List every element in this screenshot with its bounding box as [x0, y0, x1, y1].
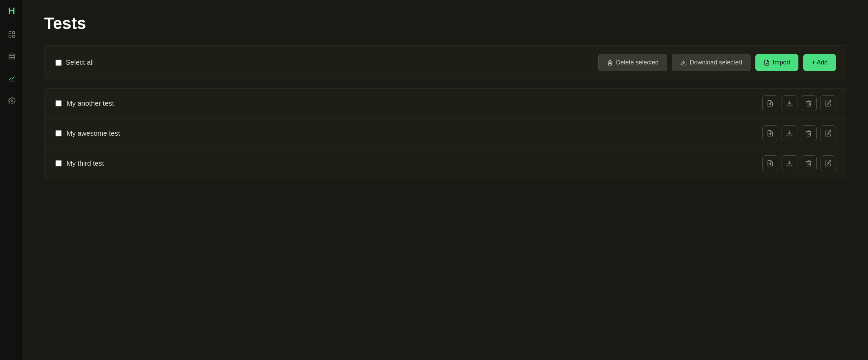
svg-rect-0: [9, 32, 11, 34]
list-item-left-3: My third test: [55, 160, 104, 167]
trash-icon: [805, 100, 812, 107]
list-item-left-1: My another test: [55, 100, 114, 107]
svg-rect-6: [9, 58, 14, 59]
svg-rect-3: [12, 35, 14, 37]
svg-point-15: [769, 163, 771, 164]
select-all-checkbox[interactable]: [55, 60, 62, 66]
trash-icon: [607, 60, 613, 66]
test-1-download-button[interactable]: [782, 95, 797, 111]
list-item-left-2: My awesome test: [55, 130, 120, 137]
edit-icon: [825, 160, 831, 167]
test-2-delete-button[interactable]: [801, 125, 817, 141]
list-item: My third test: [44, 148, 847, 178]
toolbar-card: Select all Delete selected Download se: [44, 45, 847, 80]
list-item: My another test: [44, 89, 847, 119]
test-3-delete-button[interactable]: [801, 155, 817, 171]
svg-rect-5: [9, 56, 14, 57]
sidebar-item-tests[interactable]: [6, 72, 18, 85]
test-1-edit-button[interactable]: [820, 95, 836, 111]
download-selected-button[interactable]: Download selected: [672, 54, 751, 71]
test-1-view-button[interactable]: [762, 95, 778, 111]
sidebar: H: [0, 0, 23, 360]
sidebar-item-collections[interactable]: [6, 50, 18, 63]
delete-selected-button[interactable]: Delete selected: [598, 54, 667, 71]
toolbar-actions: Delete selected Download selected Import: [598, 54, 836, 71]
test-2-download-button[interactable]: [782, 125, 797, 141]
import-label: Import: [773, 59, 790, 66]
list-item: My awesome test: [44, 119, 847, 148]
test-2-edit-button[interactable]: [820, 125, 836, 141]
sidebar-item-settings[interactable]: [6, 94, 18, 107]
svg-rect-1: [12, 32, 14, 34]
test-3-name: My third test: [66, 160, 104, 167]
edit-icon: [825, 130, 831, 137]
test-2-view-button[interactable]: [762, 125, 778, 141]
app-logo: H: [8, 6, 15, 16]
download-icon: [786, 130, 793, 137]
test-2-actions: [762, 125, 836, 141]
select-all-text: Select all: [66, 59, 94, 66]
import-icon: [764, 60, 770, 66]
test-3-edit-button[interactable]: [820, 155, 836, 171]
test-1-name: My another test: [66, 100, 114, 107]
test-2-name: My awesome test: [66, 130, 120, 137]
import-button[interactable]: Import: [755, 54, 798, 71]
download-icon: [786, 160, 793, 167]
download-icon: [786, 100, 793, 107]
test-3-view-button[interactable]: [762, 155, 778, 171]
select-all-label[interactable]: Select all: [55, 59, 94, 66]
view-icon: [767, 160, 774, 167]
view-icon: [767, 100, 774, 107]
svg-point-11: [769, 103, 771, 104]
page-title: Tests: [44, 14, 847, 33]
trash-icon: [805, 130, 812, 137]
trash-icon: [805, 160, 812, 167]
view-icon: [767, 130, 774, 137]
test-1-checkbox[interactable]: [55, 100, 62, 106]
edit-icon: [825, 100, 831, 107]
test-1-actions: [762, 95, 836, 111]
tests-list: My another test: [44, 88, 847, 178]
test-3-checkbox[interactable]: [55, 160, 62, 166]
test-1-delete-button[interactable]: [801, 95, 817, 111]
test-3-download-button[interactable]: [782, 155, 797, 171]
svg-point-8: [11, 100, 13, 102]
add-label: + Add: [812, 59, 828, 66]
svg-rect-4: [9, 54, 14, 55]
test-3-actions: [762, 155, 836, 171]
svg-point-13: [769, 133, 771, 134]
delete-selected-label: Delete selected: [616, 59, 659, 66]
add-button[interactable]: + Add: [803, 54, 836, 71]
download-selected-label: Download selected: [690, 59, 742, 66]
svg-rect-2: [9, 35, 11, 37]
main-content: Tests Select all Delete selected: [23, 0, 868, 360]
test-2-checkbox[interactable]: [55, 130, 62, 136]
download-icon: [681, 60, 687, 66]
sidebar-item-dashboard[interactable]: [6, 28, 18, 41]
